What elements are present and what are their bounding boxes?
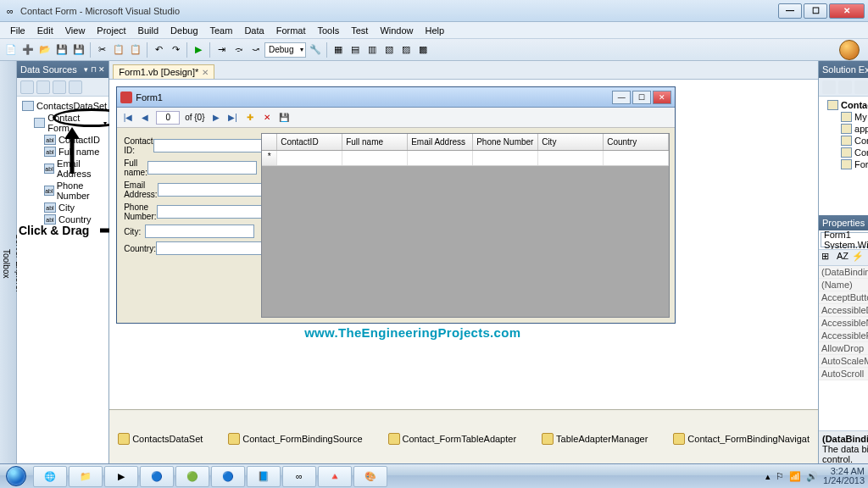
props-alpha-icon[interactable]: AZ: [837, 251, 850, 264]
grid-col-city[interactable]: City: [538, 134, 604, 150]
form-max-button[interactable]: ☐: [632, 91, 651, 104]
menu-file[interactable]: File: [5, 24, 31, 37]
grid-col-country[interactable]: Country: [604, 134, 669, 150]
form-min-button[interactable]: —: [612, 91, 631, 104]
solution-root[interactable]: Contact Form: [822, 99, 868, 111]
new-project-icon[interactable]: 📄: [3, 42, 19, 58]
menu-help[interactable]: Help: [420, 24, 450, 37]
nav-last-icon[interactable]: ▶|: [227, 112, 239, 124]
step-out-icon[interactable]: ⤻: [248, 42, 263, 58]
close-button[interactable]: ✕: [829, 3, 865, 19]
sol-tool-3[interactable]: [854, 80, 868, 94]
step-icon[interactable]: ⇥: [214, 42, 229, 58]
add-item-icon[interactable]: ➕: [20, 42, 36, 58]
paste-icon[interactable]: 📋: [128, 42, 143, 58]
tab-form1-design[interactable]: Form1.vb [Design]* ✕: [113, 64, 214, 79]
task-vs[interactable]: ∞: [282, 466, 316, 487]
config-combo[interactable]: Debug: [264, 42, 306, 58]
task-vlc[interactable]: 🔺: [318, 466, 352, 487]
nav-position-input[interactable]: [156, 111, 180, 125]
sol-item-contactsmdf[interactable]: Contacts.mdf: [822, 135, 868, 147]
nav-save-icon[interactable]: 💾: [278, 112, 290, 124]
task-chrome[interactable]: 🔵: [140, 466, 174, 487]
minimize-button[interactable]: —: [778, 3, 802, 19]
tool-icon[interactable]: 🔧: [308, 42, 323, 58]
input-city[interactable]: [145, 225, 254, 238]
menu-edit[interactable]: Edit: [32, 24, 58, 37]
grid-col-fullname[interactable]: Full name: [342, 134, 408, 150]
menu-debug[interactable]: Debug: [165, 24, 203, 37]
nav-first-icon[interactable]: |◀: [122, 112, 134, 124]
nav-prev-icon[interactable]: ◀: [139, 112, 151, 124]
align-icon-4[interactable]: ▧: [381, 42, 397, 58]
align-icon-6[interactable]: ▩: [415, 42, 431, 58]
grid-col-contactid[interactable]: ContactID: [277, 134, 342, 150]
menu-window[interactable]: Window: [375, 24, 418, 37]
sol-tool-1[interactable]: [822, 80, 836, 94]
ds-tool-1[interactable]: [20, 80, 34, 94]
start-debug-icon[interactable]: ▶: [191, 42, 206, 58]
sol-item-dataset[interactable]: ContactsDataSet.xsd: [822, 147, 868, 158]
input-contactid[interactable]: [153, 139, 263, 152]
copy-icon[interactable]: 📋: [111, 42, 126, 58]
align-icon-2[interactable]: ▤: [348, 42, 363, 58]
grid-new-row[interactable]: *: [262, 151, 669, 166]
menu-test[interactable]: Test: [346, 24, 373, 37]
menu-tools[interactable]: Tools: [313, 24, 345, 37]
task-skype[interactable]: 🔵: [211, 466, 245, 487]
tree-col-phone[interactable]: ablPhone Number: [19, 180, 107, 202]
save-icon[interactable]: 💾: [54, 42, 70, 58]
step-over-icon[interactable]: ⤼: [231, 42, 246, 58]
task-ie[interactable]: 🌐: [33, 466, 67, 487]
ds-tool-2[interactable]: [36, 80, 50, 94]
menu-view[interactable]: View: [60, 24, 91, 37]
tray-network-icon[interactable]: 📶: [789, 471, 801, 482]
menu-data[interactable]: Data: [239, 24, 269, 37]
open-icon[interactable]: 📂: [37, 42, 53, 58]
maximize-button[interactable]: ☐: [804, 3, 827, 19]
data-grid[interactable]: ContactID Full name Email Address Phone …: [261, 133, 670, 318]
taskbar-clock[interactable]: 3:24 AM 1/24/2013: [823, 467, 865, 485]
nav-add-icon[interactable]: ✚: [244, 112, 256, 124]
menu-project[interactable]: Project: [92, 24, 131, 37]
ds-tool-4[interactable]: [69, 80, 82, 94]
nav-next-icon[interactable]: ▶: [210, 112, 222, 124]
tray-flag-icon[interactable]: ⚐: [776, 471, 784, 482]
sol-tool-2[interactable]: [838, 80, 852, 94]
props-categorized-icon[interactable]: ⊞: [821, 251, 835, 264]
tray-tableadapter[interactable]: Contact_FormTableAdapter: [388, 433, 517, 445]
properties-grid[interactable]: (DataBinding (Name)Form1 AcceptButton(no…: [819, 266, 868, 430]
input-fullname[interactable]: [147, 161, 257, 175]
undo-icon[interactable]: ↶: [151, 42, 166, 58]
grid-col-phone[interactable]: Phone Number: [473, 134, 538, 150]
tray-bindingnav[interactable]: Contact_FormBindingNavigat: [673, 433, 810, 445]
form-close-button[interactable]: ✕: [653, 91, 671, 104]
form-designer[interactable]: Form1 — ☐ ✕ |◀ ◀ of {0} ▶ ▶| ✚ ✕ 💾: [116, 86, 676, 324]
pin-icon[interactable]: ▾ ⊓ ✕: [84, 65, 105, 74]
task-word[interactable]: 📘: [247, 466, 281, 487]
grid-col-email[interactable]: Email Address: [408, 134, 473, 150]
task-paint[interactable]: 🎨: [353, 466, 387, 487]
task-explorer[interactable]: 📁: [69, 466, 103, 487]
nav-delete-icon[interactable]: ✕: [261, 112, 273, 124]
task-utorrent[interactable]: 🟢: [175, 466, 209, 487]
tray-dataset[interactable]: ContactsDataSet: [118, 433, 203, 445]
task-wmp[interactable]: ▶: [104, 466, 138, 487]
tree-col-city[interactable]: ablCity: [19, 202, 107, 214]
menu-team[interactable]: Team: [205, 24, 238, 37]
menu-format[interactable]: Format: [271, 24, 311, 37]
align-icon[interactable]: ▦: [331, 42, 346, 58]
tray-bindingsource[interactable]: Contact_FormBindingSource: [228, 433, 362, 445]
start-button[interactable]: [0, 464, 32, 489]
tree-root[interactable]: ContactsDataSet: [19, 100, 107, 112]
menu-build[interactable]: Build: [133, 24, 164, 37]
align-icon-3[interactable]: ▥: [364, 42, 380, 58]
sol-item-myproject[interactable]: My Project: [822, 111, 868, 123]
input-country[interactable]: [156, 241, 265, 255]
cut-icon[interactable]: ✂: [94, 42, 109, 58]
tray-volume-icon[interactable]: 🔊: [806, 471, 818, 482]
properties-object-combo[interactable]: Form1 System.Windows.Forms.Fo▾: [821, 232, 868, 247]
tray-tamanager[interactable]: TableAdapterManager: [542, 433, 648, 445]
save-all-icon[interactable]: 💾: [71, 42, 86, 58]
sol-item-appconfig[interactable]: app.config: [822, 123, 868, 135]
